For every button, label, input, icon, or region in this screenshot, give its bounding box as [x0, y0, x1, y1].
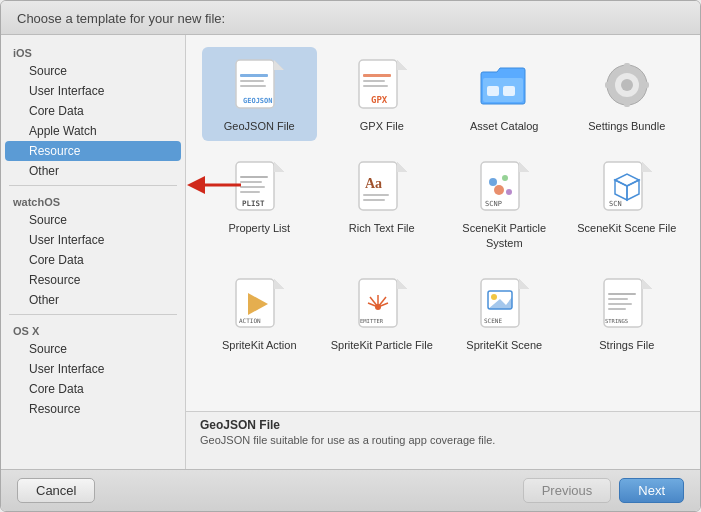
svg-marker-57 — [274, 279, 284, 289]
file-item-asset[interactable]: Asset Catalog — [447, 47, 562, 141]
description-text: GeoJSON file suitable for use as a routi… — [200, 434, 686, 446]
svg-point-46 — [506, 189, 512, 195]
svg-rect-7 — [240, 85, 266, 87]
sidebar-item-watch-userinterface[interactable]: User Interface — [5, 230, 181, 250]
svg-point-21 — [621, 79, 633, 91]
file-item-scenekit-scene[interactable]: SCN SceneKit Scene File — [570, 149, 685, 258]
file-item-geojson[interactable]: GEOJSON GeoJSON File — [202, 47, 317, 141]
dialog-title: Choose a template for your new file: — [17, 11, 225, 26]
spritekit-scene-label: SpriteKit Scene — [466, 338, 542, 352]
svg-text:PLIST: PLIST — [242, 199, 265, 208]
file-item-spritekit-action[interactable]: ACTION SpriteKit Action — [202, 266, 317, 360]
svg-point-68 — [375, 304, 381, 310]
svg-rect-39 — [363, 199, 385, 201]
strings-icon: STRINGS — [597, 274, 657, 334]
sidebar-item-watch-resource[interactable]: Resource — [5, 270, 181, 290]
richtext-icon: Aa — [352, 157, 412, 217]
svg-marker-62 — [397, 279, 407, 289]
svg-rect-25 — [641, 82, 649, 88]
sidebar-item-osx-userinterface[interactable]: User Interface — [5, 359, 181, 379]
spritekit-action-icon: ACTION — [229, 274, 289, 334]
next-button[interactable]: Next — [619, 478, 684, 503]
strings-label: Strings File — [599, 338, 654, 352]
sidebar-item-ios-coredata[interactable]: Core Data — [5, 101, 181, 121]
sidebar-item-watch-other[interactable]: Other — [5, 290, 181, 310]
svg-rect-82 — [608, 303, 632, 305]
sidebar-item-watch-coredata[interactable]: Core Data — [5, 250, 181, 270]
spritekit-particle-icon: EMITTER — [352, 274, 412, 334]
file-item-spritekit-particle[interactable]: EMITTER SpriteKit Particle File — [325, 266, 440, 360]
svg-marker-42 — [519, 162, 529, 172]
content-wrapper: GEOJSON GeoJSON File — [186, 35, 700, 469]
svg-rect-23 — [624, 99, 630, 107]
scenekit-particle-label: SceneKit Particle System — [453, 221, 556, 250]
file-grid: GEOJSON GeoJSON File — [186, 35, 700, 411]
svg-text:SCNP: SCNP — [485, 200, 502, 208]
svg-rect-22 — [624, 63, 630, 71]
sidebar-item-osx-resource[interactable]: Resource — [5, 399, 181, 419]
description-title: GeoJSON File — [200, 418, 686, 432]
svg-rect-14 — [363, 85, 388, 87]
richtext-label: Rich Text File — [349, 221, 415, 235]
svg-rect-31 — [240, 186, 265, 188]
divider-watchos-osx — [9, 314, 177, 315]
cancel-button[interactable]: Cancel — [17, 478, 95, 503]
sidebar-item-ios-source[interactable]: Source — [5, 61, 181, 81]
dialog-body: iOS Source User Interface Core Data Appl… — [1, 35, 700, 469]
sidebar-item-watch-source[interactable]: Source — [5, 210, 181, 230]
svg-rect-32 — [240, 191, 260, 193]
sidebar: iOS Source User Interface Core Data Appl… — [1, 35, 186, 469]
spritekit-scene-icon: SCENE — [474, 274, 534, 334]
svg-text:STRINGS: STRINGS — [605, 318, 628, 324]
navigation-buttons: Previous Next — [523, 478, 684, 503]
svg-marker-79 — [642, 279, 652, 289]
svg-text:Aa: Aa — [365, 176, 382, 191]
sidebar-item-osx-source[interactable]: Source — [5, 339, 181, 359]
plist-icon: PLIST — [229, 157, 289, 217]
file-item-gpx[interactable]: GPX GPX File — [325, 47, 440, 141]
divider-ios-watchos — [9, 185, 177, 186]
plist-label: Property List — [228, 221, 290, 235]
sidebar-section-osx: OS X — [1, 319, 185, 339]
sidebar-item-ios-applewatch[interactable]: Apple Watch — [5, 121, 181, 141]
sidebar-item-ios-other[interactable]: Other — [5, 161, 181, 181]
sidebar-item-osx-coredata[interactable]: Core Data — [5, 379, 181, 399]
file-item-plist[interactable]: PLIST Property List — [202, 149, 317, 258]
spritekit-action-label: SpriteKit Action — [222, 338, 297, 352]
file-item-strings[interactable]: STRINGS Strings File — [570, 266, 685, 360]
svg-text:EMITTER: EMITTER — [360, 318, 384, 324]
svg-text:GEOJSON: GEOJSON — [243, 97, 273, 105]
file-item-settings[interactable]: Settings Bundle — [570, 47, 685, 141]
svg-rect-18 — [503, 86, 515, 96]
sidebar-section-watchos: watchOS — [1, 190, 185, 210]
svg-rect-30 — [240, 181, 262, 183]
svg-rect-6 — [240, 80, 264, 82]
scenekit-scene-icon: SCN — [597, 157, 657, 217]
sidebar-item-ios-userinterface[interactable]: User Interface — [5, 81, 181, 101]
new-file-dialog: Choose a template for your new file: iOS… — [0, 0, 701, 512]
svg-marker-36 — [397, 162, 407, 172]
svg-point-45 — [494, 185, 504, 195]
svg-rect-12 — [363, 74, 391, 77]
svg-marker-28 — [274, 162, 284, 172]
svg-rect-13 — [363, 80, 385, 82]
svg-point-44 — [502, 175, 508, 181]
footer: Cancel Previous Next — [1, 469, 700, 511]
geojson-label: GeoJSON File — [224, 119, 295, 133]
file-item-spritekit-scene[interactable]: SCENE SpriteKit Scene — [447, 266, 562, 360]
svg-marker-4 — [274, 60, 284, 70]
svg-rect-83 — [608, 308, 626, 310]
svg-rect-80 — [608, 293, 636, 295]
sidebar-item-ios-resource[interactable]: Resource — [5, 141, 181, 161]
scenekit-scene-label: SceneKit Scene File — [577, 221, 676, 235]
svg-rect-5 — [240, 74, 268, 77]
svg-marker-50 — [642, 162, 652, 172]
svg-text:GPX: GPX — [371, 95, 388, 105]
svg-rect-81 — [608, 298, 628, 300]
file-item-scenekit-particle[interactable]: SCNP SceneKit Particle System — [447, 149, 562, 258]
file-item-richtext[interactable]: Aa Rich Text File — [325, 149, 440, 258]
gpx-label: GPX File — [360, 119, 404, 133]
previous-button[interactable]: Previous — [523, 478, 612, 503]
svg-text:SCENE: SCENE — [484, 317, 502, 324]
svg-point-43 — [489, 178, 497, 186]
